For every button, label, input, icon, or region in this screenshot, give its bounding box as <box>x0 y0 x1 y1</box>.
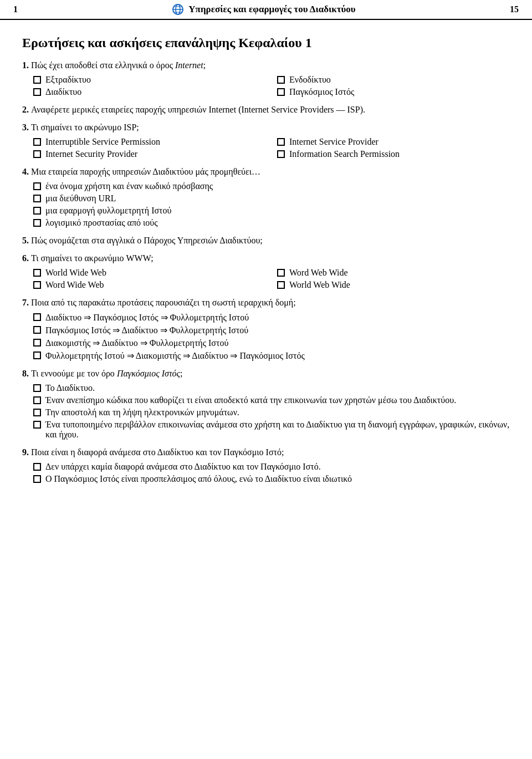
option-text: Word Web Wide <box>289 268 348 278</box>
checkbox-icon[interactable] <box>33 76 41 84</box>
checkbox-icon[interactable] <box>33 269 41 277</box>
option-text: Το Διαδίκτυο. <box>45 383 95 393</box>
option-text: Internet Security Provider <box>45 149 137 159</box>
question-4-options: ένα όνομα χρήστη και έναν κωδικό πρόσβασ… <box>33 181 510 228</box>
chapter-title: Ερωτήσεις και ασκήσεις επανάληψης Κεφαλα… <box>22 35 510 50</box>
option-item: World Wide Web <box>33 268 266 278</box>
option-item: Την αποστολή και τη λήψη ηλεκτρονικών μη… <box>33 407 510 417</box>
option-item: λογισμικό προστασίας από ιούς <box>33 218 510 228</box>
question-6-number: 6. <box>22 253 31 263</box>
option-item: Εξτραδίκτυο <box>33 75 266 85</box>
checkbox-icon[interactable] <box>277 88 285 96</box>
option-item: Word Wide Web <box>33 280 266 290</box>
checkbox-icon[interactable] <box>33 195 41 202</box>
option-item: μια εφαρμογή φυλλομετρητή Ιστού <box>33 206 510 216</box>
checkbox-icon[interactable] <box>33 150 41 158</box>
option-item: Internet Service Provider <box>277 137 510 147</box>
checkbox-icon[interactable] <box>277 138 285 146</box>
option-text: Εξτραδίκτυο <box>45 75 91 85</box>
checkbox-icon[interactable] <box>277 281 285 289</box>
header-title-area: Υπηρεσίες και εφαρμογές του Διαδικτύου <box>172 3 355 16</box>
checkbox-icon[interactable] <box>277 76 285 84</box>
question-4-number: 4. <box>22 167 31 176</box>
checkbox-icon[interactable] <box>33 138 41 146</box>
question-8-options: Το Διαδίκτυο. Έναν ανεπίσημο κώδικα που … <box>33 383 510 440</box>
checkbox-icon[interactable] <box>33 182 41 190</box>
question-7-options: Διαδίκτυο ⇒ Παγκόσμιος Ιστός ⇒ Φυλλομετρ… <box>33 312 510 361</box>
option-text: λογισμικό προστασίας από ιούς <box>45 218 158 228</box>
option-item: Ενδοδίκτυο <box>277 75 510 85</box>
checkbox-icon[interactable] <box>33 421 41 429</box>
option-item: μια διεύθυνση URL <box>33 193 510 203</box>
question-2-text: 2. Αναφέρετε μερικές εταιρείες παροχής υ… <box>22 105 510 115</box>
option-text: Έναν ανεπίσημο κώδικα που καθορίζει τι ε… <box>45 395 456 405</box>
option-item: Διακομιστής ⇒ Διαδίκτυο ⇒ Φυλλομετρητής … <box>33 338 510 348</box>
question-7-text: 7. Ποια από τις παρακάτω προτάσεις παρου… <box>22 298 510 308</box>
question-6-options: World Wide Web Word Web Wide Word Wide W… <box>33 268 510 290</box>
option-text: Δεν υπάρχει καμία διαφορά ανάμεσα στο Δι… <box>45 462 321 472</box>
checkbox-icon[interactable] <box>33 281 41 289</box>
option-text: Διαδίκτυο ⇒ Παγκόσμιος Ιστός ⇒ Φυλλομετρ… <box>45 312 249 323</box>
question-7: 7. Ποια από τις παρακάτω προτάσεις παρου… <box>22 298 510 361</box>
option-text: Internet Service Provider <box>289 137 378 147</box>
question-4-body: Μια εταιρεία παροχής υπηρεσιών Διαδικτύο… <box>31 167 260 176</box>
option-text: Διαδίκτυο <box>45 87 81 97</box>
checkbox-icon[interactable] <box>277 150 285 158</box>
option-text: Ένα τυποποιημένο περιβάλλον επικοινωνίας… <box>45 420 510 440</box>
checkbox-icon[interactable] <box>33 409 41 416</box>
checkbox-icon[interactable] <box>33 88 41 96</box>
option-item: Το Διαδίκτυο. <box>33 383 510 393</box>
question-1-options: Εξτραδίκτυο Ενδοδίκτυο Διαδίκτυο Παγκόσμ… <box>33 75 510 97</box>
checkbox-icon[interactable] <box>33 207 41 215</box>
checkbox-icon[interactable] <box>33 396 41 404</box>
option-text: Φυλλομετρητής Ιστού ⇒ Διακομιστής ⇒ Διαδ… <box>45 350 305 361</box>
checkbox-icon[interactable] <box>33 339 41 347</box>
option-item: Παγκόσμιος Ιστός ⇒ Διαδίκτυο ⇒ Φυλλομετρ… <box>33 325 510 335</box>
question-5-body: Πώς ονομάζεται στα αγγλικά ο Πάροχος Υπη… <box>31 236 263 245</box>
option-text: μια εφαρμογή φυλλομετρητή Ιστού <box>45 206 171 216</box>
question-9-number: 9. <box>22 447 31 457</box>
question-8: 8. Τι εννοούμε με τον όρο Παγκόσμιος Ιστ… <box>22 369 510 440</box>
option-item: Διαδίκτυο ⇒ Παγκόσμιος Ιστός ⇒ Φυλλομετρ… <box>33 312 510 323</box>
checkbox-icon[interactable] <box>33 384 41 392</box>
option-item: Έναν ανεπίσημο κώδικα που καθορίζει τι ε… <box>33 395 510 405</box>
question-2: 2. Αναφέρετε μερικές εταιρείες παροχής υ… <box>22 105 510 115</box>
header-bar: 1 Υπηρεσίες και εφαρμογές του Διαδικτύου… <box>0 0 532 20</box>
header-page-number-right: 15 <box>510 4 519 14</box>
question-7-body: Ποια από τις παρακάτω προτάσεις παρουσιά… <box>31 298 296 307</box>
question-9-options: Δεν υπάρχει καμία διαφορά ανάμεσα στο Δι… <box>33 462 510 484</box>
checkbox-icon[interactable] <box>33 463 41 471</box>
page-container: 1 Υπηρεσίες και εφαρμογές του Διαδικτύου… <box>0 0 532 508</box>
header-title-text: Υπηρεσίες και εφαρμογές του Διαδικτύου <box>188 4 355 15</box>
option-text: Παγκόσμιος Ιστός <box>289 87 354 97</box>
option-item: Ο Παγκόσμιος Ιστός είναι προσπελάσιμος α… <box>33 474 510 484</box>
question-3: 3. Τι σημαίνει το ακρώνυμο ISP; Interrup… <box>22 123 510 159</box>
option-text: ένα όνομα χρήστη και έναν κωδικό πρόσβασ… <box>45 181 213 191</box>
question-6: 6. Τι σημαίνει το ακρωνύμιο WWW; World W… <box>22 253 510 290</box>
option-item: Δεν υπάρχει καμία διαφορά ανάμεσα στο Δι… <box>33 462 510 472</box>
option-text: World Wide Web <box>45 268 106 278</box>
checkbox-icon[interactable] <box>33 326 41 334</box>
question-1-body: Πώς έχει αποδοθεί στα ελληνικά ο όρος In… <box>31 60 206 70</box>
checkbox-icon[interactable] <box>33 352 41 359</box>
checkbox-icon[interactable] <box>277 269 285 277</box>
question-3-body: Τι σημαίνει το ακρώνυμο ISP; <box>31 123 139 132</box>
checkbox-icon[interactable] <box>33 313 41 321</box>
option-item: Ένα τυποποιημένο περιβάλλον επικοινωνίας… <box>33 420 510 440</box>
question-8-body: Τι εννοούμε με τον όρο Παγκόσμιος Ιστός; <box>31 369 183 378</box>
option-text: World Web Wide <box>289 280 350 290</box>
question-5-number: 5. <box>22 236 31 245</box>
question-8-text: 8. Τι εννοούμε με τον όρο Παγκόσμιος Ιστ… <box>22 369 510 379</box>
checkbox-icon[interactable] <box>33 219 41 227</box>
question-8-number: 8. <box>22 369 31 378</box>
question-5-text: 5. Πώς ονομάζεται στα αγγλικά ο Πάροχος … <box>22 236 510 246</box>
option-item: Φυλλομετρητής Ιστού ⇒ Διακομιστής ⇒ Διαδ… <box>33 350 510 361</box>
option-text: Word Wide Web <box>45 280 104 290</box>
checkbox-icon[interactable] <box>33 475 41 483</box>
option-text: Παγκόσμιος Ιστός ⇒ Διαδίκτυο ⇒ Φυλλομετρ… <box>45 325 248 335</box>
question-1-text: 1. Πώς έχει αποδοθεί στα ελληνικά ο όρος… <box>22 60 510 70</box>
question-1: 1. Πώς έχει αποδοθεί στα ελληνικά ο όρος… <box>22 60 510 97</box>
question-6-text: 6. Τι σημαίνει το ακρωνύμιο WWW; <box>22 253 510 263</box>
question-9-text: 9. Ποια είναι η διαφορά ανάμεσα στο Διαδ… <box>22 447 510 457</box>
question-3-text: 3. Τι σημαίνει το ακρώνυμο ISP; <box>22 123 510 133</box>
